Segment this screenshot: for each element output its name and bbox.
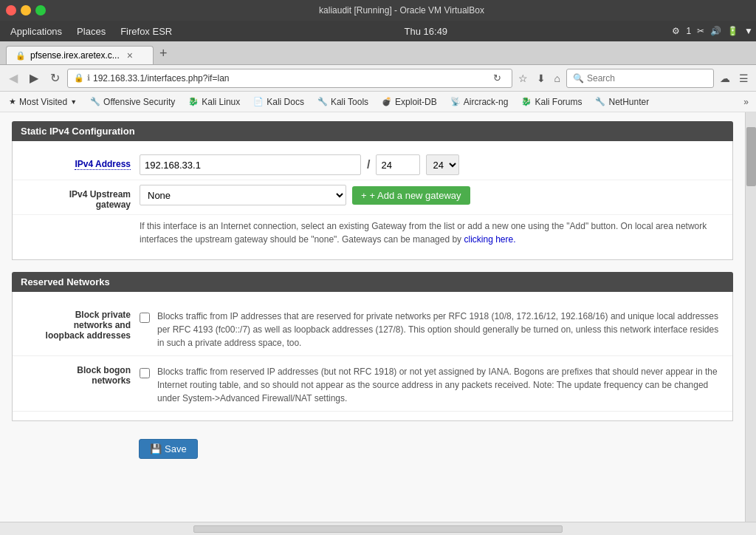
menu-bar: Applications Places Firefox ESR Thu 16:4… bbox=[0, 21, 756, 41]
scrollbar[interactable] bbox=[745, 112, 756, 522]
gateway-help-label-spacer bbox=[21, 219, 140, 224]
block-bogon-row: Block bogon networks Blocks traffic from… bbox=[13, 356, 732, 412]
bookmarks-bar: ★ Most Visited ▼ 🔧 Offensive Security 🐉 … bbox=[0, 92, 756, 112]
block-private-help: Blocks traffic from IP addresses that ar… bbox=[157, 310, 724, 350]
info-icon: ℹ bbox=[87, 73, 90, 83]
scrollbar-thumb[interactable] bbox=[746, 127, 756, 186]
static-ipv4-header: Static IPv4 Configuration bbox=[12, 121, 733, 141]
gateway-help-control: If this interface is an Internet connect… bbox=[140, 219, 724, 246]
cidr-input[interactable] bbox=[376, 154, 420, 175]
bookmark-kali-docs-label: Kali Docs bbox=[267, 97, 304, 107]
save-button[interactable]: 💾 Save bbox=[139, 439, 198, 459]
forward-button[interactable]: ▶ bbox=[25, 68, 43, 88]
tab-close-btn[interactable]: × bbox=[127, 50, 133, 61]
block-bogon-label: Block bogon networks bbox=[21, 362, 140, 386]
bottom-bar bbox=[0, 522, 756, 535]
menu-firefox[interactable]: Firefox ESR bbox=[113, 23, 179, 40]
nav-bar: ◀ ▶ ↻ 🔒 ℹ ↻ ☆ ⬇ ⌂ 🔍 ☁ ☰ bbox=[0, 65, 756, 92]
tab-label: pfsense.irex.aretex.c... bbox=[30, 50, 120, 61]
reload-inline-button[interactable]: ↻ bbox=[489, 69, 506, 86]
reserved-networks-section: Reserved Networks Block private networks… bbox=[12, 272, 733, 421]
block-private-row: Block private networks and loopback addr… bbox=[13, 301, 732, 356]
aircrack-icon: 📡 bbox=[450, 97, 461, 106]
kali-tools-icon: 🔧 bbox=[317, 97, 328, 106]
content-area: Static IPv4 Configuration IPv4 Address / bbox=[0, 112, 756, 522]
ipv4-address-link[interactable]: IPv4 Address bbox=[75, 159, 131, 170]
ipv4-address-label: IPv4 Address bbox=[21, 154, 140, 169]
menu-icon-2[interactable]: 1 bbox=[686, 26, 691, 36]
upstream-gateway-row: IPv4 Upstream gateway None + + Add a new… bbox=[13, 180, 732, 215]
menu-icon-1[interactable]: ⚙ bbox=[672, 26, 680, 36]
block-private-checkbox[interactable] bbox=[140, 313, 150, 323]
close-btn[interactable] bbox=[6, 5, 16, 16]
search-bar: 🔍 bbox=[566, 69, 714, 88]
bookmark-offensive-security-label: Offensive Security bbox=[103, 97, 175, 107]
window-controls[interactable] bbox=[6, 5, 46, 16]
kali-linux-icon: 🐉 bbox=[188, 97, 199, 106]
save-row: 💾 Save bbox=[12, 433, 733, 465]
reload-button[interactable]: ↻ bbox=[46, 68, 64, 88]
bookmark-kali-linux-label: Kali Linux bbox=[202, 97, 240, 107]
menu-applications[interactable]: Applications bbox=[3, 23, 69, 40]
search-input[interactable] bbox=[587, 73, 707, 84]
menu-datetime: Thu 16:49 bbox=[179, 26, 672, 37]
kali-forums-icon: 🐉 bbox=[521, 97, 532, 106]
bookmarks-more-button[interactable]: » bbox=[739, 95, 753, 109]
kali-docs-icon: 📄 bbox=[253, 97, 264, 106]
ipv4-address-control: / 24 8 16 bbox=[140, 154, 724, 175]
bookmark-exploit-db[interactable]: 💣 Exploit-DB bbox=[376, 95, 443, 109]
minimize-btn[interactable] bbox=[21, 5, 31, 16]
bookmark-aircrack[interactable]: 📡 Aircrack-ng bbox=[444, 95, 515, 109]
bookmark-kali-forums[interactable]: 🐉 Kali Forums bbox=[515, 95, 588, 109]
gateway-help-row: If this interface is an Internet connect… bbox=[13, 215, 732, 251]
static-ipv4-section: Static IPv4 Configuration IPv4 Address / bbox=[12, 121, 733, 260]
lock-icon: 🔒 bbox=[74, 73, 84, 83]
url-input[interactable] bbox=[93, 73, 486, 84]
bookmark-most-visited[interactable]: ★ Most Visited ▼ bbox=[3, 95, 83, 109]
reserved-networks-header: Reserved Networks bbox=[12, 272, 733, 292]
cidr-separator: / bbox=[367, 158, 370, 171]
menu-icon-6[interactable]: ▼ bbox=[744, 26, 753, 36]
bookmark-kali-docs[interactable]: 📄 Kali Docs bbox=[247, 95, 310, 109]
menu-icon-3[interactable]: ✂ bbox=[697, 26, 704, 36]
bookmark-exploit-db-label: Exploit-DB bbox=[395, 97, 437, 107]
upstream-gateway-label: IPv4 Upstream gateway bbox=[21, 185, 140, 210]
back-button[interactable]: ◀ bbox=[4, 68, 22, 88]
most-visited-icon: ★ bbox=[9, 97, 16, 106]
bookmark-offensive-security[interactable]: 🔧 Offensive Security bbox=[84, 95, 181, 109]
home-button[interactable]: ⌂ bbox=[551, 69, 563, 87]
menu-places[interactable]: Places bbox=[69, 23, 113, 40]
gateway-help-text: If this interface is an Internet connect… bbox=[140, 219, 724, 246]
browser-tab-0[interactable]: 🔒 pfsense.irex.aretex.c... × bbox=[6, 46, 154, 64]
static-ipv4-body: IPv4 Address / 24 8 16 bbox=[12, 141, 733, 260]
most-visited-arrow: ▼ bbox=[70, 98, 77, 106]
tab-bar: 🔒 pfsense.irex.aretex.c... × + bbox=[0, 41, 756, 65]
menu-icon-5[interactable]: 🔋 bbox=[727, 26, 738, 36]
sync-button[interactable]: ☁ bbox=[717, 69, 733, 87]
horizontal-scrollbar[interactable] bbox=[193, 525, 563, 533]
add-icon: + bbox=[361, 190, 367, 201]
bookmark-kali-linux[interactable]: 🐉 Kali Linux bbox=[182, 95, 246, 109]
menu-button[interactable]: ☰ bbox=[736, 69, 752, 87]
pf-content: Static IPv4 Configuration IPv4 Address / bbox=[0, 112, 745, 522]
bookmark-kali-tools-label: Kali Tools bbox=[331, 97, 368, 107]
add-gateway-button[interactable]: + + Add a new gateway bbox=[352, 186, 470, 205]
exploit-db-icon: 💣 bbox=[382, 97, 392, 106]
ipv4-address-input[interactable] bbox=[140, 154, 361, 175]
add-gateway-label: + Add a new gateway bbox=[370, 190, 461, 201]
bookmark-nethunter[interactable]: 🔧 NetHunter bbox=[589, 95, 655, 109]
block-bogon-checkbox[interactable] bbox=[140, 368, 150, 378]
new-tab-button[interactable]: + bbox=[154, 43, 173, 64]
upstream-gateway-select[interactable]: None bbox=[140, 185, 346, 205]
gateway-help-link[interactable]: clicking here. bbox=[464, 234, 515, 245]
pocket-button[interactable]: ⬇ bbox=[534, 69, 549, 87]
menu-icon-4[interactable]: 🔊 bbox=[710, 26, 721, 36]
block-private-label: Block private networks and loopback addr… bbox=[21, 307, 140, 341]
bookmark-aircrack-label: Aircrack-ng bbox=[464, 97, 509, 107]
bookmark-star-button[interactable]: ☆ bbox=[515, 69, 531, 87]
cidr-select[interactable]: 24 8 16 bbox=[426, 154, 459, 175]
bookmark-nethunter-label: NetHunter bbox=[608, 97, 649, 107]
maximize-btn[interactable] bbox=[35, 5, 46, 16]
bookmark-kali-tools[interactable]: 🔧 Kali Tools bbox=[312, 95, 374, 109]
search-icon: 🔍 bbox=[573, 73, 584, 84]
